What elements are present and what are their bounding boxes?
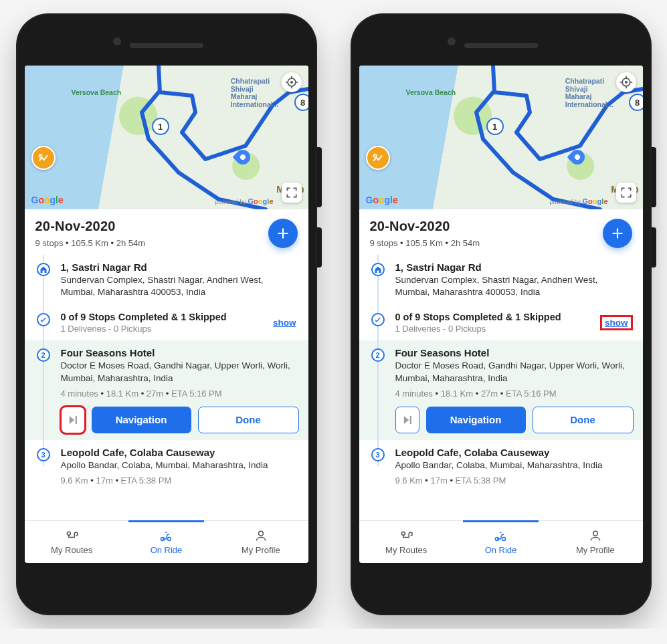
phone-top bbox=[25, 25, 308, 66]
profile-icon bbox=[589, 529, 602, 542]
profile-icon bbox=[254, 529, 268, 542]
phone-speaker bbox=[464, 43, 538, 48]
check-icon bbox=[37, 313, 50, 326]
stop-title: Leopold Cafe, Colaba Causeway bbox=[61, 447, 296, 458]
svg-rect-11 bbox=[409, 416, 411, 424]
scooter-icon bbox=[159, 529, 173, 542]
route-summary: 9 stops 105.5 Km 2h 54m bbox=[370, 238, 480, 248]
nav-my-profile[interactable]: My Profile bbox=[548, 521, 642, 563]
navigation-button[interactable]: Navigation bbox=[92, 407, 191, 433]
phone-speaker bbox=[130, 43, 203, 48]
route-header: 20-Nov-2020 9 stops 105.5 Km 2h 54m bbox=[25, 209, 308, 255]
trend-icon bbox=[372, 152, 384, 164]
progress-sub: 1 Deliveries - 0 Pickups bbox=[395, 324, 561, 334]
progress-row: 0 of 9 Stops Completed & 1 Skipped 1 Del… bbox=[369, 305, 634, 340]
map-label-airport: Chhatrapati Shivaji Maharaj Internationa… bbox=[231, 78, 279, 108]
phone-frame-right: Versova Beach Chhatrapati Shivaji Mahara… bbox=[351, 13, 652, 615]
skip-forward-icon bbox=[401, 414, 413, 426]
route-header: 20-Nov-2020 9 stops 105.5 Km 2h 54m bbox=[359, 209, 643, 255]
show-skipped-link[interactable]: show bbox=[273, 318, 296, 328]
add-stop-button[interactable] bbox=[268, 219, 298, 248]
add-stop-button[interactable] bbox=[603, 219, 632, 248]
crosshair-icon bbox=[285, 76, 298, 89]
stop-address: Apollo Bandar, Colaba, Mumbai, Maharasht… bbox=[395, 459, 631, 471]
map-stop-pin-1[interactable]: 1 bbox=[152, 118, 169, 135]
svg-point-4 bbox=[67, 532, 70, 535]
fullscreen-button[interactable] bbox=[282, 183, 302, 203]
app-screen: Versova Beach Chhatrapati Shivaji Mahara… bbox=[25, 66, 308, 563]
phone-frame-left: Versova Beach Chhatrapati Shivaji Mahara… bbox=[16, 13, 317, 615]
stop-home[interactable]: 1, Sastri Nagar Rd Sundervan Complex, Sh… bbox=[369, 255, 634, 305]
phone-bottom bbox=[25, 563, 308, 603]
nav-my-profile[interactable]: My Profile bbox=[213, 521, 308, 563]
stop-list[interactable]: 1, Sastri Nagar Rd Sundervan Complex, Sh… bbox=[359, 255, 643, 520]
bottom-nav: My Routes On Ride My Profile bbox=[25, 520, 308, 563]
stop-number-badge: 3 bbox=[371, 448, 385, 461]
check-icon bbox=[371, 313, 385, 326]
plus-icon bbox=[276, 227, 290, 240]
stop-address: Apollo Bandar, Colaba, Mumbai, Maharasht… bbox=[61, 459, 296, 471]
powered-by-label: powered by Google bbox=[550, 197, 608, 205]
stop-meta: 4 minutes 18.1 Km 27m ETA 5:16 PM bbox=[395, 389, 634, 399]
app-screen: Versova Beach Chhatrapati Shivaji Mahara… bbox=[359, 66, 643, 563]
map-view[interactable]: Versova Beach Chhatrapati Shivaji Mahara… bbox=[25, 66, 308, 209]
progress-sub: 1 Deliveries - 0 Pickups bbox=[61, 324, 227, 334]
route-header-text: 20-Nov-2020 9 stops 105.5 Km 2h 54m bbox=[370, 219, 480, 248]
stop-meta: 9.6 Km 17m ETA 5:38 PM bbox=[61, 475, 296, 486]
phone-camera bbox=[448, 37, 456, 45]
nav-on-ride[interactable]: On Ride bbox=[454, 521, 548, 563]
stop-action-row: Navigation Done bbox=[61, 407, 299, 433]
stop-address: Sundervan Complex, Shastri Nagar, Andher… bbox=[61, 274, 296, 298]
locate-me-button[interactable] bbox=[282, 72, 302, 92]
route-date: 20-Nov-2020 bbox=[35, 219, 146, 234]
home-icon bbox=[371, 263, 385, 276]
done-button[interactable]: Done bbox=[198, 407, 299, 433]
nav-on-ride[interactable]: On Ride bbox=[119, 521, 213, 563]
bottom-nav: My Routes On Ride My Profile bbox=[359, 520, 643, 563]
show-skipped-link[interactable]: show bbox=[602, 317, 631, 328]
skip-stop-button[interactable] bbox=[61, 407, 85, 433]
svg-point-12 bbox=[401, 532, 405, 535]
stop-address: Doctor E Moses Road, Gandhi Nagar, Upper… bbox=[395, 360, 634, 384]
fullscreen-icon bbox=[620, 186, 633, 199]
phone-top bbox=[359, 25, 643, 66]
routes-icon bbox=[399, 529, 413, 542]
map-stop-pin-1[interactable]: 1 bbox=[486, 118, 504, 135]
trend-icon bbox=[37, 152, 50, 164]
map-label-versova: Versova Beach bbox=[406, 89, 456, 97]
stop-home[interactable]: 1, Sastri Nagar Rd Sundervan Complex, Sh… bbox=[34, 255, 299, 305]
nav-my-routes[interactable]: My Routes bbox=[359, 521, 454, 563]
stop-title: Four Seasons Hotel bbox=[61, 347, 299, 358]
stop-2-current[interactable]: 2 Four Seasons Hotel Doctor E Moses Road… bbox=[359, 340, 643, 439]
stop-address: Sundervan Complex, Shastri Nagar, Andher… bbox=[395, 274, 631, 298]
route-date: 20-Nov-2020 bbox=[370, 219, 480, 234]
navigation-button[interactable]: Navigation bbox=[426, 407, 526, 433]
route-summary: 9 stops 105.5 Km 2h 54m bbox=[35, 238, 146, 248]
stop-meta: 4 minutes 18.1 Km 27m ETA 5:16 PM bbox=[61, 389, 299, 399]
skip-stop-button[interactable] bbox=[395, 407, 419, 433]
google-logo: Google bbox=[366, 195, 398, 205]
svg-point-7 bbox=[258, 531, 263, 536]
done-button[interactable]: Done bbox=[533, 407, 634, 433]
stop-3[interactable]: 3 Leopold Cafe, Colaba Causeway Apollo B… bbox=[34, 440, 299, 492]
stop-title: Leopold Cafe, Colaba Causeway bbox=[395, 447, 631, 458]
plus-icon bbox=[611, 227, 624, 240]
stats-badge[interactable] bbox=[31, 146, 56, 170]
skip-forward-icon bbox=[67, 414, 79, 426]
svg-point-9 bbox=[624, 81, 627, 84]
stats-badge[interactable] bbox=[366, 146, 390, 170]
stop-3[interactable]: 3 Leopold Cafe, Colaba Causeway Apollo B… bbox=[369, 440, 634, 492]
fullscreen-button[interactable] bbox=[616, 183, 636, 203]
stop-list[interactable]: 1, Sastri Nagar Rd Sundervan Complex, Sh… bbox=[25, 255, 308, 520]
svg-rect-3 bbox=[75, 416, 76, 424]
stop-address: Doctor E Moses Road, Gandhi Nagar, Upper… bbox=[61, 360, 299, 384]
stop-title: 1, Sastri Nagar Rd bbox=[61, 261, 296, 273]
stop-number-badge: 3 bbox=[37, 448, 50, 461]
stop-2-current[interactable]: 2 Four Seasons Hotel Doctor E Moses Road… bbox=[25, 340, 308, 439]
map-view[interactable]: Versova Beach Chhatrapati Shivaji Mahara… bbox=[359, 66, 643, 209]
locate-me-button[interactable] bbox=[616, 72, 636, 92]
svg-point-15 bbox=[593, 531, 597, 536]
google-logo: Google bbox=[31, 195, 64, 205]
nav-my-routes[interactable]: My Routes bbox=[25, 521, 119, 563]
progress-title: 0 of 9 Stops Completed & 1 Skipped bbox=[395, 312, 561, 322]
